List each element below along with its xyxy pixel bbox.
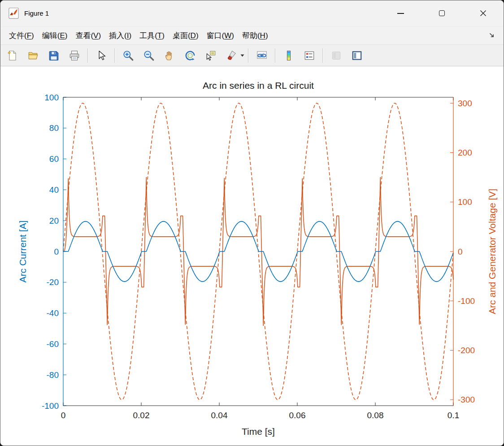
toolbar-separator (275, 48, 276, 63)
menubar: 文件(F)编辑(E)查看(V)插入(I)工具(T)桌面(D)窗口(W)帮助(H) (0, 26, 504, 44)
x-tick-label: 0 (61, 411, 66, 420)
menu-item-view[interactable]: 查看(V) (71, 28, 105, 43)
left-tick-label: 40 (49, 185, 59, 195)
toolbar-separator (114, 48, 115, 63)
generator-voltage-line (63, 103, 453, 400)
minimize-button[interactable] (380, 0, 421, 26)
left-tick-label: 80 (49, 123, 59, 133)
right-tick-label: -300 (458, 395, 475, 404)
menu-item-tools[interactable]: 工具(T) (135, 28, 169, 43)
plot-canvas: Arc in series in a RL circuitTime [s]Arc… (0, 66, 504, 446)
left-y-axis-label: Arc Current [A] (17, 221, 28, 283)
zoom-out-icon (143, 50, 155, 61)
link-plot-icon (256, 50, 268, 61)
insert-colorbar-button[interactable] (278, 47, 299, 65)
menu-item-desktop[interactable]: 桌面(D) (169, 28, 203, 43)
maximize-icon (439, 10, 445, 16)
zoom-in-icon (122, 50, 134, 61)
new-figure-icon (7, 50, 18, 61)
menu-item-edit[interactable]: 编辑(E) (38, 28, 72, 43)
show-plot-tools-button[interactable] (347, 47, 367, 65)
right-tick-label: 100 (458, 197, 472, 207)
rotate-3d-button[interactable] (180, 47, 200, 65)
left-tick-label: -20 (47, 277, 59, 287)
right-tick-label: 300 (458, 99, 472, 108)
figure-canvas: Arc in series in a RL circuitTime [s]Arc… (0, 66, 504, 446)
x-tick-label: 0.02 (133, 411, 150, 420)
show-plot-tools-icon (351, 50, 363, 61)
dock-arrow-icon (488, 32, 495, 39)
minimize-icon (397, 13, 404, 14)
menu-item-window[interactable]: 窗口(W) (203, 28, 238, 43)
insert-legend-icon (304, 50, 315, 61)
matlab-figure-icon (8, 7, 20, 19)
data-cursor-button[interactable] (200, 47, 221, 65)
x-tick-label: 0.08 (367, 411, 384, 420)
brush-icon (226, 50, 237, 61)
x-tick-label: 0.06 (289, 411, 306, 420)
right-tick-label: 200 (458, 148, 472, 157)
rotate-3d-icon (184, 50, 196, 61)
toolbar (0, 44, 504, 66)
data-cursor-icon (205, 50, 217, 61)
left-tick-label: 100 (44, 93, 59, 102)
chart-title: Arc in series in a RL circuit (203, 80, 314, 91)
maximize-button[interactable] (421, 0, 462, 26)
figure-window: Figure 1 文件(F)编辑(E)查看(V)插入(I)工具(T)桌面(D)窗… (0, 0, 504, 446)
open-file-button[interactable] (23, 47, 43, 65)
edit-plot-icon (96, 50, 107, 61)
left-tick-label: -60 (47, 339, 59, 349)
link-plot-button[interactable] (252, 47, 272, 65)
dock-figure-button[interactable] (485, 30, 499, 41)
print-figure-button[interactable] (64, 47, 85, 65)
x-tick-label: 0.04 (211, 411, 228, 420)
window-title: Figure 1 (24, 9, 49, 17)
insert-colorbar-icon (283, 50, 295, 61)
new-figure-button[interactable] (2, 47, 23, 65)
left-tick-label: -80 (47, 370, 59, 380)
save-figure-button[interactable] (43, 47, 64, 65)
caret-down-icon (240, 54, 244, 57)
toolbar-separator (87, 48, 88, 63)
toolbar-separator (322, 48, 323, 63)
pan-icon (164, 50, 175, 61)
close-button[interactable] (462, 0, 504, 26)
right-tick-label: 0 (458, 247, 463, 256)
x-axis-label: Time [s] (242, 426, 275, 437)
close-icon (480, 10, 487, 17)
open-file-icon (27, 50, 39, 61)
left-tick-label: -100 (42, 401, 59, 411)
pan-button[interactable] (159, 47, 180, 65)
titlebar[interactable]: Figure 1 (0, 0, 504, 26)
right-tick-label: -200 (458, 346, 475, 355)
zoom-out-button[interactable] (139, 47, 159, 65)
left-tick-label: 0 (54, 247, 59, 256)
edit-plot-button[interactable] (91, 47, 112, 65)
menubar-items: 文件(F)编辑(E)查看(V)插入(I)工具(T)桌面(D)窗口(W)帮助(H) (5, 28, 272, 43)
menu-item-insert[interactable]: 插入(I) (105, 28, 135, 43)
left-tick-label: 60 (49, 154, 59, 164)
left-tick-label: 20 (49, 216, 59, 225)
hide-plot-tools-icon (330, 50, 342, 61)
brush-dropdown-button[interactable] (239, 47, 245, 65)
x-tick-label: 0.1 (448, 411, 459, 420)
left-tick-label: -40 (47, 308, 59, 318)
right-y-axis-label: Arc and Generator Voltage [V] (487, 189, 497, 314)
menu-item-file[interactable]: 文件(F) (5, 28, 38, 43)
save-figure-icon (48, 50, 60, 61)
menu-item-help[interactable]: 帮助(H) (238, 28, 272, 43)
hide-plot-tools-button (326, 47, 347, 65)
toolbar-separator (248, 48, 249, 63)
print-figure-icon (69, 50, 80, 61)
right-tick-label: -100 (458, 296, 475, 306)
zoom-in-button[interactable] (118, 47, 139, 65)
insert-legend-button[interactable] (299, 47, 320, 65)
